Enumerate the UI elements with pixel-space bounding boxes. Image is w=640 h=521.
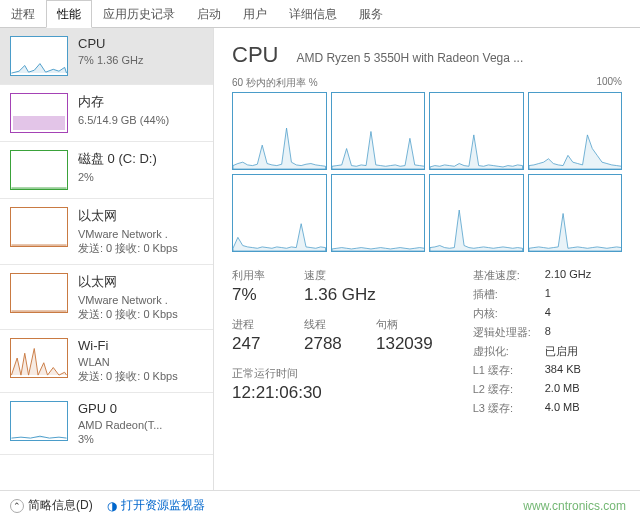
main-panel: CPU AMD Ryzen 5 3550H with Radeon Vega .… bbox=[214, 28, 640, 490]
stats-right-label: L1 缓存: bbox=[473, 363, 545, 378]
uptime-label: 正常运行时间 bbox=[232, 366, 433, 381]
core-chart-7 bbox=[528, 174, 623, 252]
sidebar-title: GPU 0 bbox=[78, 401, 203, 416]
stats-right-value: 4 bbox=[545, 306, 551, 321]
simple-info-toggle[interactable]: ⌃ 简略信息(D) bbox=[10, 497, 93, 514]
sidebar-sub: VMware Network . bbox=[78, 227, 203, 241]
stat-value: 2788 bbox=[304, 334, 354, 354]
thumb-icon bbox=[10, 273, 68, 313]
thumb-icon bbox=[10, 207, 68, 247]
core-chart-6 bbox=[429, 174, 524, 252]
stats-right-value: 2.10 GHz bbox=[545, 268, 591, 283]
stat-label: 速度 bbox=[304, 268, 376, 283]
chevron-up-icon: ⌃ bbox=[10, 499, 24, 513]
stats-right: 基准速度:2.10 GHz插槽:1内核:4逻辑处理器:8虚拟化:已启用L1 缓存… bbox=[473, 268, 591, 420]
thumb-icon bbox=[10, 36, 68, 76]
stats-right-row: 逻辑处理器:8 bbox=[473, 325, 591, 340]
tab-3[interactable]: 启动 bbox=[186, 0, 232, 27]
thumb-icon bbox=[10, 150, 68, 190]
stats-right-label: L3 缓存: bbox=[473, 401, 545, 416]
sidebar: CPU7% 1.36 GHz内存6.5/14.9 GB (44%)磁盘 0 (C… bbox=[0, 28, 214, 490]
thumb-icon bbox=[10, 93, 68, 133]
sidebar-sub: VMware Network . bbox=[78, 293, 203, 307]
stats-row: 进程247线程2788句柄132039 bbox=[232, 317, 433, 354]
stat-label: 句柄 bbox=[376, 317, 433, 332]
core-chart-0 bbox=[232, 92, 327, 170]
core-chart-1 bbox=[331, 92, 426, 170]
sidebar-sub: 发送: 0 接收: 0 Kbps bbox=[78, 369, 203, 383]
stats-right-value: 已启用 bbox=[545, 344, 578, 359]
stats-right-label: 内核: bbox=[473, 306, 545, 321]
stat: 线程2788 bbox=[304, 317, 354, 354]
sidebar-text: 磁盘 0 (C: D:)2% bbox=[78, 150, 203, 190]
sidebar-sub: 6.5/14.9 GB (44%) bbox=[78, 113, 203, 127]
stats-right-label: 基准速度: bbox=[473, 268, 545, 283]
stats-right-value: 4.0 MB bbox=[545, 401, 580, 416]
stat-label: 进程 bbox=[232, 317, 282, 332]
stat: 利用率7% bbox=[232, 268, 282, 305]
tab-4[interactable]: 用户 bbox=[232, 0, 278, 27]
sidebar-title: 以太网 bbox=[78, 207, 203, 225]
core-chart-2 bbox=[429, 92, 524, 170]
cpu-model: AMD Ryzen 5 3550H with Radeon Vega ... bbox=[296, 51, 523, 65]
sidebar-text: 内存6.5/14.9 GB (44%) bbox=[78, 93, 203, 133]
stat: 速度1.36 GHz bbox=[304, 268, 376, 305]
sidebar-title: 磁盘 0 (C: D:) bbox=[78, 150, 203, 168]
sidebar-title: 以太网 bbox=[78, 273, 203, 291]
stat-value: 132039 bbox=[376, 334, 433, 354]
stats: 利用率7%速度1.36 GHz进程247线程2788句柄132039正常运行时间… bbox=[232, 268, 622, 420]
sidebar-item-5[interactable]: Wi-FiWLAN发送: 0 接收: 0 Kbps bbox=[0, 330, 213, 393]
sidebar-text: Wi-FiWLAN发送: 0 接收: 0 Kbps bbox=[78, 338, 203, 384]
stat-value: 247 bbox=[232, 334, 282, 354]
sidebar-item-2[interactable]: 磁盘 0 (C: D:)2% bbox=[0, 142, 213, 199]
stat: 句柄132039 bbox=[376, 317, 433, 354]
stats-right-label: 插槽: bbox=[473, 287, 545, 302]
watermark: www.cntronics.com bbox=[523, 499, 626, 513]
stats-right-value: 384 KB bbox=[545, 363, 581, 378]
chart-label-left: 60 秒内的利用率 % bbox=[232, 76, 318, 90]
sidebar-sub: AMD Radeon(T... bbox=[78, 418, 203, 432]
uptime-value: 12:21:06:30 bbox=[232, 383, 433, 403]
core-chart-3 bbox=[528, 92, 623, 170]
sidebar-sub: 7% 1.36 GHz bbox=[78, 53, 203, 67]
stat-label: 利用率 bbox=[232, 268, 282, 283]
content: CPU7% 1.36 GHz内存6.5/14.9 GB (44%)磁盘 0 (C… bbox=[0, 28, 640, 490]
sidebar-item-0[interactable]: CPU7% 1.36 GHz bbox=[0, 28, 213, 85]
stats-right-row: L2 缓存:2.0 MB bbox=[473, 382, 591, 397]
stats-right-row: 插槽:1 bbox=[473, 287, 591, 302]
stats-right-label: L2 缓存: bbox=[473, 382, 545, 397]
cpu-title: CPU bbox=[232, 42, 278, 68]
stats-right-label: 虚拟化: bbox=[473, 344, 545, 359]
thumb-icon bbox=[10, 401, 68, 441]
stats-right-value: 8 bbox=[545, 325, 551, 340]
sidebar-sub: 2% bbox=[78, 170, 203, 184]
core-charts bbox=[232, 92, 622, 252]
tab-0[interactable]: 进程 bbox=[0, 0, 46, 27]
simple-info-label: 简略信息(D) bbox=[28, 497, 93, 514]
sidebar-item-3[interactable]: 以太网VMware Network .发送: 0 接收: 0 Kbps bbox=[0, 199, 213, 265]
sidebar-text: GPU 0AMD Radeon(T...3% bbox=[78, 401, 203, 447]
sidebar-title: Wi-Fi bbox=[78, 338, 203, 353]
sidebar-sub: 3% bbox=[78, 432, 203, 446]
sidebar-item-1[interactable]: 内存6.5/14.9 GB (44%) bbox=[0, 85, 213, 142]
thumb-icon bbox=[10, 338, 68, 378]
tab-2[interactable]: 应用历史记录 bbox=[92, 0, 186, 27]
core-chart-4 bbox=[232, 174, 327, 252]
sidebar-item-6[interactable]: GPU 0AMD Radeon(T...3% bbox=[0, 393, 213, 456]
tab-1[interactable]: 性能 bbox=[46, 0, 92, 28]
sidebar-sub: WLAN bbox=[78, 355, 203, 369]
stat: 进程247 bbox=[232, 317, 282, 354]
stat-label: 线程 bbox=[304, 317, 354, 332]
stats-right-row: 内核:4 bbox=[473, 306, 591, 321]
uptime: 正常运行时间12:21:06:30 bbox=[232, 366, 433, 403]
sidebar-text: 以太网VMware Network .发送: 0 接收: 0 Kbps bbox=[78, 207, 203, 256]
stat-value: 7% bbox=[232, 285, 282, 305]
open-resource-monitor[interactable]: ◑ 打开资源监视器 bbox=[107, 497, 205, 514]
tab-6[interactable]: 服务 bbox=[348, 0, 394, 27]
sidebar-item-4[interactable]: 以太网VMware Network .发送: 0 接收: 0 Kbps bbox=[0, 265, 213, 331]
sidebar-text: 以太网VMware Network .发送: 0 接收: 0 Kbps bbox=[78, 273, 203, 322]
stats-left: 利用率7%速度1.36 GHz进程247线程2788句柄132039正常运行时间… bbox=[232, 268, 433, 420]
sidebar-text: CPU7% 1.36 GHz bbox=[78, 36, 203, 76]
tab-5[interactable]: 详细信息 bbox=[278, 0, 348, 27]
stats-row: 利用率7%速度1.36 GHz bbox=[232, 268, 433, 305]
